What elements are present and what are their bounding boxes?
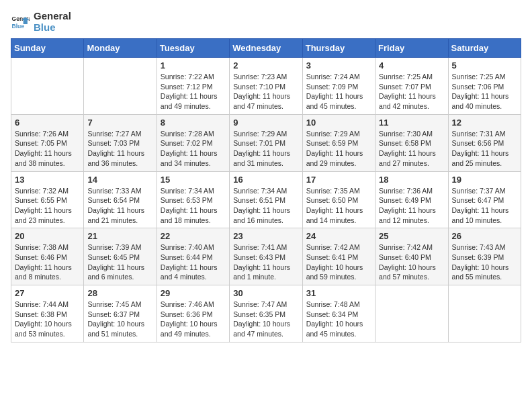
day-number: 19 <box>452 175 517 185</box>
day-info: Sunrise: 7:34 AM Sunset: 6:51 PM Dayligh… <box>233 186 298 226</box>
day-number: 9 <box>233 118 298 128</box>
calendar-cell <box>375 285 448 342</box>
day-number: 30 <box>233 288 298 298</box>
day-info: Sunrise: 7:28 AM Sunset: 7:02 PM Dayligh… <box>161 129 226 169</box>
day-number: 10 <box>306 118 371 128</box>
calendar-week-row: 6Sunrise: 7:26 AM Sunset: 7:05 PM Daylig… <box>11 114 521 171</box>
day-info: Sunrise: 7:38 AM Sunset: 6:46 PM Dayligh… <box>15 242 80 282</box>
day-number: 25 <box>379 231 444 241</box>
day-info: Sunrise: 7:39 AM Sunset: 6:45 PM Dayligh… <box>87 242 152 282</box>
calendar-cell: 4Sunrise: 7:25 AM Sunset: 7:07 PM Daylig… <box>375 58 448 115</box>
day-number: 22 <box>161 231 226 241</box>
day-number: 20 <box>15 231 80 241</box>
calendar-cell <box>448 285 521 342</box>
day-number: 8 <box>161 118 226 128</box>
day-info: Sunrise: 7:43 AM Sunset: 6:39 PM Dayligh… <box>452 242 517 282</box>
day-info: Sunrise: 7:27 AM Sunset: 7:03 PM Dayligh… <box>87 129 152 169</box>
day-number: 24 <box>306 231 371 241</box>
svg-text:Blue: Blue <box>12 22 25 29</box>
calendar-cell: 6Sunrise: 7:26 AM Sunset: 7:05 PM Daylig… <box>11 114 84 171</box>
day-number: 28 <box>87 288 152 298</box>
calendar-cell: 18Sunrise: 7:36 AM Sunset: 6:49 PM Dayli… <box>375 171 448 228</box>
calendar-cell: 2Sunrise: 7:23 AM Sunset: 7:10 PM Daylig… <box>230 58 302 115</box>
day-info: Sunrise: 7:34 AM Sunset: 6:53 PM Dayligh… <box>161 186 226 226</box>
calendar-cell: 27Sunrise: 7:44 AM Sunset: 6:38 PM Dayli… <box>11 285 84 342</box>
day-number: 13 <box>15 175 80 185</box>
day-number: 12 <box>452 118 517 128</box>
day-info: Sunrise: 7:25 AM Sunset: 7:06 PM Dayligh… <box>452 72 517 111</box>
day-info: Sunrise: 7:29 AM Sunset: 7:01 PM Dayligh… <box>233 129 298 169</box>
day-info: Sunrise: 7:23 AM Sunset: 7:10 PM Dayligh… <box>233 72 298 111</box>
calendar-table: SundayMondayTuesdayWednesdayThursdayFrid… <box>11 38 521 342</box>
calendar-cell: 24Sunrise: 7:42 AM Sunset: 6:41 PM Dayli… <box>302 228 375 285</box>
logo-icon: General Blue <box>11 13 30 32</box>
calendar-cell: 23Sunrise: 7:41 AM Sunset: 6:43 PM Dayli… <box>230 228 302 285</box>
day-number: 14 <box>87 175 152 185</box>
calendar-cell <box>11 58 84 115</box>
day-number: 15 <box>161 175 226 185</box>
day-info: Sunrise: 7:40 AM Sunset: 6:44 PM Dayligh… <box>161 242 226 282</box>
weekday-header-friday: Friday <box>375 39 448 58</box>
day-info: Sunrise: 7:37 AM Sunset: 6:47 PM Dayligh… <box>452 186 517 226</box>
day-number: 17 <box>306 175 371 185</box>
page-header: General Blue General Blue <box>11 11 521 33</box>
day-info: Sunrise: 7:33 AM Sunset: 6:54 PM Dayligh… <box>87 186 152 226</box>
calendar-cell: 21Sunrise: 7:39 AM Sunset: 6:45 PM Dayli… <box>84 228 157 285</box>
day-info: Sunrise: 7:47 AM Sunset: 6:35 PM Dayligh… <box>233 300 298 339</box>
day-number: 31 <box>306 288 371 298</box>
calendar-week-row: 13Sunrise: 7:32 AM Sunset: 6:55 PM Dayli… <box>11 171 521 228</box>
day-number: 6 <box>15 118 80 128</box>
day-info: Sunrise: 7:29 AM Sunset: 6:59 PM Dayligh… <box>306 129 371 169</box>
weekday-header-row: SundayMondayTuesdayWednesdayThursdayFrid… <box>11 39 521 58</box>
calendar-cell: 8Sunrise: 7:28 AM Sunset: 7:02 PM Daylig… <box>157 114 229 171</box>
calendar-cell: 13Sunrise: 7:32 AM Sunset: 6:55 PM Dayli… <box>11 171 84 228</box>
weekday-header-monday: Monday <box>84 39 157 58</box>
calendar-cell: 5Sunrise: 7:25 AM Sunset: 7:06 PM Daylig… <box>448 58 521 115</box>
calendar-cell <box>84 58 157 115</box>
day-info: Sunrise: 7:42 AM Sunset: 6:40 PM Dayligh… <box>379 242 444 282</box>
calendar-cell: 12Sunrise: 7:31 AM Sunset: 6:56 PM Dayli… <box>448 114 521 171</box>
day-info: Sunrise: 7:36 AM Sunset: 6:49 PM Dayligh… <box>379 186 444 226</box>
calendar-cell: 29Sunrise: 7:46 AM Sunset: 6:36 PM Dayli… <box>157 285 229 342</box>
day-number: 4 <box>379 60 444 71</box>
calendar-cell: 10Sunrise: 7:29 AM Sunset: 6:59 PM Dayli… <box>302 114 375 171</box>
day-info: Sunrise: 7:31 AM Sunset: 6:56 PM Dayligh… <box>452 129 517 169</box>
day-info: Sunrise: 7:32 AM Sunset: 6:55 PM Dayligh… <box>15 186 80 226</box>
calendar-week-row: 20Sunrise: 7:38 AM Sunset: 6:46 PM Dayli… <box>11 228 521 285</box>
day-info: Sunrise: 7:41 AM Sunset: 6:43 PM Dayligh… <box>233 242 298 282</box>
day-info: Sunrise: 7:22 AM Sunset: 7:12 PM Dayligh… <box>161 72 226 111</box>
day-number: 5 <box>452 60 517 71</box>
calendar-cell: 19Sunrise: 7:37 AM Sunset: 6:47 PM Dayli… <box>448 171 521 228</box>
day-info: Sunrise: 7:24 AM Sunset: 7:09 PM Dayligh… <box>306 72 371 111</box>
calendar-cell: 7Sunrise: 7:27 AM Sunset: 7:03 PM Daylig… <box>84 114 157 171</box>
day-info: Sunrise: 7:45 AM Sunset: 6:37 PM Dayligh… <box>87 300 152 339</box>
logo-blue: Blue <box>34 22 71 34</box>
day-info: Sunrise: 7:30 AM Sunset: 6:58 PM Dayligh… <box>379 129 444 169</box>
day-number: 27 <box>15 288 80 298</box>
calendar-week-row: 1Sunrise: 7:22 AM Sunset: 7:12 PM Daylig… <box>11 58 521 115</box>
day-number: 1 <box>161 60 226 71</box>
weekday-header-thursday: Thursday <box>302 39 375 58</box>
weekday-header-tuesday: Tuesday <box>157 39 229 58</box>
day-info: Sunrise: 7:26 AM Sunset: 7:05 PM Dayligh… <box>15 129 80 169</box>
calendar-cell: 26Sunrise: 7:43 AM Sunset: 6:39 PM Dayli… <box>448 228 521 285</box>
day-number: 16 <box>233 175 298 185</box>
logo: General Blue General Blue <box>11 11 71 33</box>
calendar-cell: 22Sunrise: 7:40 AM Sunset: 6:44 PM Dayli… <box>157 228 229 285</box>
calendar-week-row: 27Sunrise: 7:44 AM Sunset: 6:38 PM Dayli… <box>11 285 521 342</box>
day-number: 3 <box>306 60 371 71</box>
weekday-header-wednesday: Wednesday <box>230 39 302 58</box>
day-info: Sunrise: 7:44 AM Sunset: 6:38 PM Dayligh… <box>15 300 80 339</box>
day-info: Sunrise: 7:42 AM Sunset: 6:41 PM Dayligh… <box>306 242 371 282</box>
day-number: 18 <box>379 175 444 185</box>
calendar-cell: 1Sunrise: 7:22 AM Sunset: 7:12 PM Daylig… <box>157 58 229 115</box>
calendar-cell: 30Sunrise: 7:47 AM Sunset: 6:35 PM Dayli… <box>230 285 302 342</box>
logo-text: General <box>34 11 71 22</box>
calendar-cell: 31Sunrise: 7:48 AM Sunset: 6:34 PM Dayli… <box>302 285 375 342</box>
calendar-cell: 20Sunrise: 7:38 AM Sunset: 6:46 PM Dayli… <box>11 228 84 285</box>
calendar-cell: 16Sunrise: 7:34 AM Sunset: 6:51 PM Dayli… <box>230 171 302 228</box>
day-number: 26 <box>452 231 517 241</box>
day-number: 11 <box>379 118 444 128</box>
day-number: 23 <box>233 231 298 241</box>
day-info: Sunrise: 7:46 AM Sunset: 6:36 PM Dayligh… <box>161 300 226 339</box>
